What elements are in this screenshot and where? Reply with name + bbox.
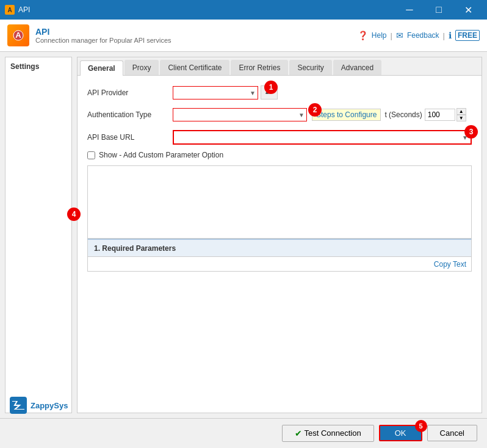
tab-error-retries[interactable]: Error Retries xyxy=(231,60,288,75)
api-provider-controls: ▼ xyxy=(173,85,472,99)
api-provider-select-wrapper: ▼ xyxy=(173,86,258,99)
sidebar-title: Settings xyxy=(10,62,67,71)
main-layout: Settings General Proxy Client Certificat… xyxy=(0,52,487,418)
minimize-button[interactable]: ─ xyxy=(395,0,424,20)
tab-security[interactable]: Security xyxy=(289,60,331,75)
help-link[interactable]: Help xyxy=(372,31,387,40)
app-logo-icon: A xyxy=(7,24,29,46)
footer: ✔ Test Connection OK 5 Cancel xyxy=(0,418,487,447)
form-content: API Provider ▼ 1 Authenti xyxy=(78,76,482,281)
tab-bar: General Proxy Client Certificate Error R… xyxy=(78,57,482,76)
required-params-section: 1. Required Parameters xyxy=(87,239,472,257)
badge-5: 5 xyxy=(415,420,427,432)
app-title: API xyxy=(35,27,358,37)
cancel-button[interactable]: Cancel xyxy=(427,425,477,441)
zappysys-text: ZappySys xyxy=(31,401,68,410)
required-params-title: 1. Required Parameters xyxy=(94,244,176,253)
auth-type-label: Authentication Type xyxy=(87,110,173,119)
api-url-wrapper: ▼ xyxy=(173,130,472,145)
badge-4: 4 xyxy=(67,208,81,221)
copy-text-link[interactable]: Copy Text xyxy=(434,260,466,269)
free-badge: FREE xyxy=(455,30,480,41)
show-custom-param-checkbox[interactable] xyxy=(87,151,95,159)
sidebar: Settings xyxy=(5,57,72,413)
close-button[interactable]: ✕ xyxy=(454,0,482,20)
app-icon: A xyxy=(5,5,15,15)
ok-button[interactable]: OK 5 xyxy=(379,425,422,441)
timeout-spin-down[interactable]: ▼ xyxy=(456,115,466,121)
badge-1: 1 xyxy=(264,81,278,94)
custom-param-row: Show - Add Custom Parameter Option xyxy=(87,151,472,159)
timeout-spin-up[interactable]: ▲ xyxy=(456,108,466,115)
checkmark-icon: ✔ xyxy=(295,428,302,438)
test-connection-label: Test Connection xyxy=(305,428,361,438)
maximize-button[interactable]: □ xyxy=(425,0,453,20)
info-icon: ℹ xyxy=(449,31,452,40)
tab-proxy[interactable]: Proxy xyxy=(124,60,159,75)
test-connection-button[interactable]: ✔ Test Connection xyxy=(282,425,374,442)
show-custom-param-label: Show - Add Custom Parameter Option xyxy=(99,151,223,159)
feedback-icon: ✉ xyxy=(396,31,403,40)
timeout-spinner: ▲ ▼ xyxy=(456,108,466,121)
title-bar-controls: ─ □ ✕ xyxy=(395,0,482,20)
auth-type-row: Authentication Type ▼ Steps to Configure… xyxy=(87,108,472,121)
steps-to-configure-link[interactable]: Steps to Configure xyxy=(312,109,381,121)
auth-type-select-wrapper: ▼ xyxy=(173,108,307,121)
app-header: A API Connection manager for Popular API… xyxy=(0,20,487,52)
badge-2: 2 xyxy=(308,103,322,117)
tab-general[interactable]: General xyxy=(80,60,123,76)
params-text-area xyxy=(87,165,472,239)
api-url-select[interactable] xyxy=(173,130,472,145)
tab-client-certificate[interactable]: Client Certificate xyxy=(160,60,229,75)
app-title-block: API Connection manager for Popular API s… xyxy=(35,27,358,44)
cancel-label: Cancel xyxy=(440,428,464,438)
auth-type-controls: ▼ Steps to Configure t (Seconds) ▲ ▼ xyxy=(173,108,472,121)
zappysys-logo: ZappySys xyxy=(10,397,68,414)
auth-type-select[interactable] xyxy=(173,108,307,121)
feedback-link[interactable]: Feedback xyxy=(407,31,439,40)
zappysys-icon xyxy=(10,397,27,414)
api-url-label: API Base URL xyxy=(87,133,173,142)
svg-text:A: A xyxy=(15,31,21,40)
api-provider-row: API Provider ▼ 1 xyxy=(87,85,472,99)
content-area: General Proxy Client Certificate Error R… xyxy=(77,57,482,413)
timeout-label: t (Seconds) xyxy=(384,110,422,119)
api-provider-label: API Provider xyxy=(87,89,173,97)
badge-3: 3 xyxy=(464,125,478,139)
title-bar-text: API xyxy=(18,5,395,14)
copy-text-row: Copy Text xyxy=(87,257,472,272)
header-links: ❓ Help | ✉ Feedback | ℹ FREE xyxy=(358,30,480,41)
timeout-input[interactable] xyxy=(425,109,455,121)
api-provider-select[interactable] xyxy=(173,86,258,99)
app-subtitle: Connection manager for Popular API servi… xyxy=(35,37,358,44)
help-icon: ❓ xyxy=(358,31,368,40)
tab-advanced[interactable]: Advanced xyxy=(333,60,381,75)
title-bar: A API ─ □ ✕ xyxy=(0,0,487,20)
ok-label: OK xyxy=(395,428,406,438)
api-url-row: API Base URL ▼ 3 xyxy=(87,130,472,145)
free-link[interactable]: FREE xyxy=(455,30,480,41)
